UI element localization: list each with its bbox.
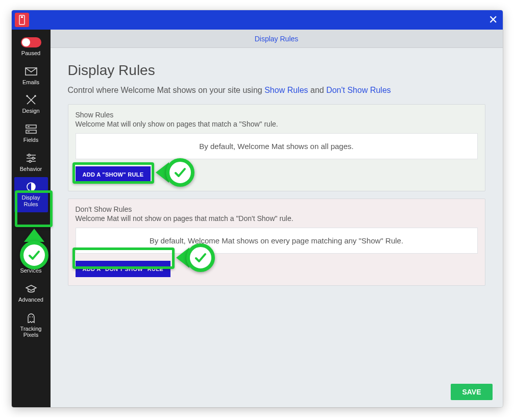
- sidebar-item-label: Tracking Pixels: [20, 326, 42, 338]
- svg-point-4: [34, 95, 36, 97]
- dont-show-rules-title: Don't Show Rules: [76, 205, 478, 213]
- sidebar-item-label: Behavior: [20, 166, 42, 172]
- main-area: Display Rules Display Rules Control wher…: [51, 30, 503, 407]
- app-window: ✕ Paused Emails Design: [12, 10, 503, 407]
- sliders-icon: [25, 153, 38, 164]
- svg-point-12: [28, 154, 30, 156]
- svg-rect-1: [21, 16, 23, 18]
- dont-show-rules-desc: Welcome Mat will not show on pages that …: [76, 214, 478, 223]
- design-icon: [25, 94, 38, 106]
- tab-title: Display Rules: [255, 35, 299, 43]
- fields-icon: [25, 123, 38, 135]
- sidebar-item-fields[interactable]: Fields: [14, 119, 48, 149]
- titlebar: ✕: [12, 10, 503, 30]
- add-dont-show-rule-button[interactable]: ADD A "DON'T SHOW" RULE: [76, 261, 170, 277]
- link-icon: [25, 254, 38, 265]
- sidebar-item-display-rules[interactable]: Display Rules: [14, 177, 48, 212]
- sidebar-item-label: Design: [22, 108, 39, 114]
- ghost-icon: [25, 312, 38, 324]
- save-button[interactable]: SAVE: [451, 384, 492, 400]
- sidebar-item-label: Fields: [23, 137, 38, 143]
- sidebar-item-advanced[interactable]: Advanced: [14, 279, 48, 308]
- page-subtitle: Control where Welcome Mat shows on your …: [68, 86, 485, 95]
- svg-point-17: [32, 316, 33, 317]
- svg-point-14: [29, 160, 31, 162]
- sidebar-item-design[interactable]: Design: [14, 90, 48, 119]
- sidebar-item-tracking-pixels[interactable]: Tracking Pixels: [14, 308, 48, 343]
- svg-point-3: [26, 95, 28, 97]
- show-rules-panel: Show Rules Welcome Mat will only show on…: [68, 104, 485, 191]
- page-title: Display Rules: [68, 62, 485, 79]
- body: Paused Emails Design Fields: [12, 30, 503, 407]
- sidebar-item-services[interactable]: Services: [14, 250, 48, 279]
- show-rules-desc: Welcome Mat will only show on pages that…: [76, 120, 478, 128]
- sidebar-item-label: Advanced: [18, 297, 43, 303]
- sidebar: Paused Emails Design Fields: [12, 30, 51, 407]
- add-show-rule-button[interactable]: ADD A "SHOW" RULE: [76, 166, 151, 183]
- sidebar-item-label: Display Rules: [21, 194, 40, 207]
- app-logo: [15, 13, 29, 27]
- dont-show-rules-default-box: By default, Welcome Mat shows on every p…: [76, 228, 478, 254]
- dont-show-rules-panel: Don't Show Rules Welcome Mat will not sh…: [68, 199, 485, 286]
- contrast-icon: [25, 181, 38, 192]
- subtitle-text: Control where Welcome Mat shows on your …: [68, 86, 265, 94]
- status-toggle-group: Paused: [14, 34, 48, 62]
- svg-point-13: [32, 157, 34, 159]
- sidebar-item-label: Services: [20, 267, 41, 274]
- tabbar: Display Rules: [51, 30, 503, 48]
- show-rules-title: Show Rules: [76, 111, 478, 119]
- show-rules-default-box: By default, Welcome Mat shows on all pag…: [76, 133, 478, 159]
- subtitle-and: and: [308, 86, 327, 94]
- sidebar-item-label: Emails: [22, 79, 39, 86]
- svg-point-16: [29, 316, 30, 317]
- graduation-icon: [25, 283, 38, 294]
- status-toggle[interactable]: [21, 37, 41, 47]
- sidebar-item-behavior[interactable]: Behavior: [14, 149, 48, 178]
- link-show-rules[interactable]: Show Rules: [264, 86, 308, 94]
- envelope-icon: [25, 66, 38, 77]
- content: Display Rules Control where Welcome Mat …: [51, 48, 503, 407]
- close-icon[interactable]: ✕: [488, 14, 498, 26]
- sidebar-item-emails[interactable]: Emails: [14, 62, 48, 91]
- status-label: Paused: [21, 50, 40, 57]
- link-dont-show-rules[interactable]: Don't Show Rules: [326, 86, 391, 94]
